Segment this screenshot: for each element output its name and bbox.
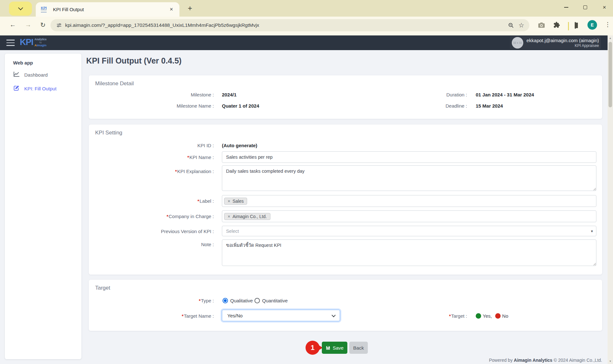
window-maximize-button[interactable] bbox=[581, 3, 589, 11]
target-name-value: Yes/No bbox=[227, 313, 243, 318]
browser-profile-avatar[interactable]: E bbox=[587, 20, 597, 30]
reload-button[interactable]: ↻ bbox=[40, 21, 46, 29]
note-label: Note : bbox=[105, 242, 214, 247]
kpi-explanation-label: *KPI Explanation : bbox=[105, 169, 214, 174]
kpi-name-input[interactable] bbox=[222, 151, 596, 163]
previous-version-select[interactable]: Select ▾ bbox=[222, 226, 596, 236]
deadline-label: Deadline : bbox=[359, 103, 467, 109]
no-dot-icon bbox=[495, 313, 501, 319]
footer-prefix: Powered by bbox=[489, 358, 514, 363]
back-button[interactable]: ← bbox=[10, 21, 16, 28]
browser-menu-icon[interactable]: ⋮ bbox=[605, 21, 611, 28]
tab-search-button[interactable] bbox=[9, 2, 32, 16]
kpi-setting-heading: KPI Setting bbox=[95, 130, 122, 136]
scrollbar-thumb[interactable] bbox=[609, 42, 612, 107]
milestone-value: 2024/1 bbox=[222, 92, 237, 97]
app-logo[interactable]: KPI Analytics by Aimagin bbox=[20, 37, 47, 47]
browser-tab[interactable]: KPI KPI Fill Output × bbox=[36, 2, 179, 17]
logo-aimagin-accent: A bbox=[34, 43, 37, 47]
kpi-explanation-textarea[interactable]: Daily sales tasks completed every day bbox=[222, 165, 596, 191]
label-field-label-text: Label : bbox=[200, 198, 214, 204]
note-textarea[interactable]: ขอเพิ่มตัวชี้วัด Request KPI bbox=[222, 239, 596, 266]
target-yes-text: Yes, bbox=[483, 313, 492, 319]
window-controls: × bbox=[562, 3, 609, 11]
sidebar-item-label: Dashboard bbox=[24, 72, 48, 78]
maximize-icon bbox=[583, 5, 587, 9]
required-marker: * bbox=[167, 214, 168, 219]
kpi-name-label: *KPI Name : bbox=[105, 155, 214, 160]
duration-value: 01 Jan 2024 - 31 Mar 2024 bbox=[476, 92, 534, 97]
new-tab-button[interactable]: + bbox=[188, 4, 192, 13]
company-tag-input[interactable]: × Aimagin Co., Ltd. bbox=[222, 210, 596, 222]
minimize-icon bbox=[564, 7, 568, 8]
sidebar-item-label: KPI: Fill Output bbox=[24, 86, 57, 91]
caret-down-icon: ▾ bbox=[591, 229, 593, 233]
window-minimize-button[interactable] bbox=[562, 3, 570, 11]
hamburger-menu-button[interactable] bbox=[6, 40, 15, 46]
required-marker: * bbox=[182, 314, 183, 319]
logo-subtext: Analytics by Aimagin bbox=[34, 38, 47, 47]
zoom-out-icon[interactable] bbox=[508, 22, 514, 28]
footer-brand: Aimagin Analytics bbox=[514, 358, 552, 363]
label-tag-input[interactable]: × Sales bbox=[222, 195, 596, 207]
yes-dot-icon bbox=[476, 313, 481, 319]
forward-button[interactable]: → bbox=[25, 21, 31, 28]
url-text[interactable]: kpi.aimagin.com/?_appId=app_170254531448… bbox=[65, 22, 502, 28]
radio-quantitative[interactable] bbox=[254, 298, 260, 303]
app-navbar: KPI Analytics by Aimagin 32 x 32 ekkapot… bbox=[0, 35, 613, 50]
site-settings-icon[interactable] bbox=[56, 22, 62, 28]
tab-close-icon[interactable]: × bbox=[168, 6, 174, 13]
logo-kpi-text: KPI bbox=[20, 37, 33, 47]
footer-copyright: © 2024 Aimagin Co.,Ltd. bbox=[552, 358, 602, 363]
label-tag: × Sales bbox=[224, 198, 247, 205]
extensions-puzzle-icon[interactable] bbox=[553, 22, 560, 30]
sidebar-item-kpi-fill-output[interactable]: KPI: Fill Output bbox=[13, 85, 57, 92]
select-placeholder: Select bbox=[226, 229, 239, 234]
toolbar-divider bbox=[568, 22, 569, 30]
address-bar[interactable]: kpi.aimagin.com/?_appId=app_170254531448… bbox=[50, 19, 529, 31]
scroll-up-icon[interactable]: ▲ bbox=[608, 37, 613, 40]
side-panel-icon[interactable] bbox=[575, 23, 576, 28]
required-marker: * bbox=[449, 314, 451, 319]
type-label-text: Type : bbox=[201, 298, 214, 303]
camera-icon[interactable] bbox=[538, 22, 545, 30]
logo-aimagin-rest: imagin bbox=[37, 43, 47, 47]
logo-aimagin-text: Aimagin bbox=[34, 44, 47, 47]
label-field-label: *Label : bbox=[105, 198, 214, 204]
radio-qualitative[interactable] bbox=[223, 298, 228, 303]
window-close-button[interactable]: × bbox=[600, 3, 609, 11]
target-name-select[interactable]: Yes/No bbox=[222, 310, 340, 321]
page-scrollbar[interactable]: ▲ ▼ bbox=[608, 35, 613, 364]
company-label-text: Company in Charge : bbox=[169, 214, 214, 219]
user-avatar: 32 x 32 bbox=[512, 37, 523, 49]
user-role: KPI Appraisee bbox=[575, 43, 599, 48]
remove-tag-icon[interactable]: × bbox=[228, 199, 230, 204]
edit-icon bbox=[13, 85, 20, 92]
kpi-id-value: (Auto generate) bbox=[222, 143, 257, 148]
label-tag-text: Sales bbox=[232, 199, 244, 204]
duration-label: Duration : bbox=[359, 92, 467, 97]
footer: Powered by Aimagin Analytics © 2024 Aima… bbox=[489, 358, 602, 363]
browser-toolbar: ← → ↻ kpi.aimagin.com/?_appId=app_170254… bbox=[0, 17, 613, 35]
company-tag: × Aimagin Co., Ltd. bbox=[224, 213, 270, 220]
back-button-form[interactable]: Back bbox=[349, 342, 368, 354]
target-heading: Target bbox=[95, 285, 110, 291]
scroll-down-icon[interactable]: ▼ bbox=[608, 360, 613, 363]
remove-tag-icon[interactable]: × bbox=[228, 214, 230, 219]
sidebar-item-dashboard[interactable]: Dashboard bbox=[13, 71, 48, 79]
target-card: Target bbox=[89, 280, 602, 331]
milestone-label: Milestone : bbox=[105, 92, 214, 97]
company-label: *Company in Charge : bbox=[105, 214, 214, 219]
save-button[interactable]: Save bbox=[322, 342, 347, 354]
previous-version-label: Previous Version of KPI : bbox=[105, 229, 214, 234]
back-button-label: Back bbox=[353, 345, 364, 351]
kpi-id-label: KPI ID : bbox=[105, 143, 214, 148]
kpi-name-label-text: KPI Name : bbox=[189, 155, 214, 160]
target-label: *Target : bbox=[359, 313, 467, 319]
required-marker: * bbox=[199, 298, 201, 303]
annotation-step-badge: 1 bbox=[306, 341, 320, 355]
milestone-name-value: Quater 1 of 2024 bbox=[222, 103, 259, 109]
page-title: KPI Fill Output (Ver 0.4.5) bbox=[86, 56, 182, 65]
bookmark-star-icon[interactable]: ☆ bbox=[518, 21, 524, 29]
user-menu[interactable]: 32 x 32 ekkapot.j@aimagin.com (aimagin) … bbox=[510, 36, 601, 49]
